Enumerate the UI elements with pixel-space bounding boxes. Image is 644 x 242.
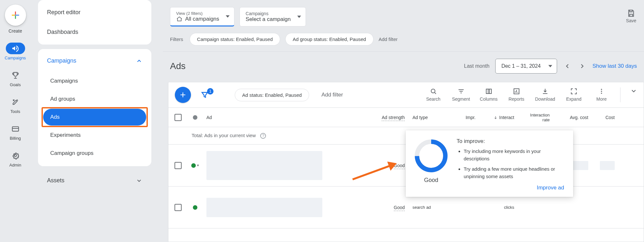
row-checkbox[interactable]	[175, 204, 182, 211]
row-checkbox[interactable]	[175, 162, 182, 169]
sub-experiments[interactable]: Experiments	[43, 127, 146, 144]
rail-tools[interactable]: Tools	[0, 96, 31, 114]
ad-strength-popover: Good To improve: Try including more keyw…	[406, 130, 573, 197]
row-status-menu[interactable]: ▾	[191, 163, 199, 168]
date-range-value: Dec 1 – 31, 2024	[501, 63, 541, 69]
date-prev-button[interactable]	[563, 62, 572, 71]
ad-preview-redacted[interactable]	[206, 198, 322, 217]
campaign-selector[interactable]: Campaigns Select a campaign	[240, 7, 306, 26]
house-icon	[176, 16, 183, 22]
select-all-checkbox[interactable]	[175, 114, 182, 121]
filters-label: Filters	[170, 36, 183, 42]
search-icon	[430, 87, 437, 95]
col-impr[interactable]: Impr.	[447, 115, 479, 120]
svg-rect-0	[15, 12, 16, 15]
chevron-down-icon	[136, 177, 142, 184]
rail-admin[interactable]: Admin	[0, 150, 31, 167]
toolbar-more[interactable]: More	[592, 87, 611, 102]
side-campaigns-toggle[interactable]: Campaigns	[38, 52, 151, 70]
svg-rect-2	[15, 15, 16, 19]
status-header-icon	[193, 115, 197, 120]
side-panel: Report editor Dashboards Campaigns Campa…	[38, 0, 151, 242]
rail-goals[interactable]: Goals	[0, 69, 31, 87]
ad-preview-redacted[interactable]	[206, 151, 322, 180]
sub-campaigns[interactable]: Campaigns	[43, 73, 146, 89]
sub-campaign-groups[interactable]: Campaign groups	[43, 145, 146, 162]
save-button[interactable]: Save	[626, 9, 636, 23]
col-ad[interactable]: Ad	[203, 115, 331, 120]
popover-suggestions: Try including more keywords in your desc…	[457, 148, 564, 180]
col-interactions[interactable]: Interact	[479, 115, 518, 120]
interactions-value: clicks	[479, 205, 518, 210]
megaphone-icon	[11, 44, 20, 53]
filter-chip-ad-status[interactable]: Ad status: Enabled, Paused	[235, 89, 309, 101]
strength-donut-icon	[413, 138, 449, 174]
toolbar-reports[interactable]: Reports	[507, 87, 526, 102]
table-filter-button[interactable]: 1	[199, 91, 210, 99]
add-filter-table[interactable]: Add filter	[321, 92, 343, 98]
new-ad-button[interactable]	[175, 87, 191, 103]
svg-point-7	[431, 89, 435, 93]
chevron-up-icon	[136, 58, 142, 64]
trophy-icon	[11, 71, 20, 79]
toolbar-download[interactable]: Download	[535, 87, 555, 102]
side-assets-toggle[interactable]: Assets	[38, 171, 151, 190]
top-controls: View (2 filters) All campaigns Campaigns…	[163, 0, 644, 26]
redacted-cell	[600, 161, 615, 170]
svg-rect-3	[12, 15, 15, 16]
svg-point-12	[601, 93, 602, 94]
col-ad-type[interactable]: Ad type	[409, 115, 447, 120]
toolbar-collapse-panel[interactable]	[630, 87, 637, 95]
save-icon	[627, 9, 635, 17]
col-interaction-rate[interactable]: Interaction rate	[518, 113, 554, 122]
col-avg-cost[interactable]: Avg. cost	[554, 115, 592, 120]
date-range-selector[interactable]: Dec 1 – 31, 2024	[495, 59, 557, 74]
toolbar-search[interactable]: Search	[424, 87, 442, 102]
side-card-reports: Report editor Dashboards	[38, 0, 151, 45]
help-icon[interactable]: ?	[260, 133, 266, 139]
add-filter-top[interactable]: Add filter	[379, 36, 398, 42]
side-report-editor[interactable]: Report editor	[38, 3, 151, 22]
side-dashboards[interactable]: Dashboards	[38, 22, 151, 42]
download-icon	[541, 87, 549, 95]
show-last-30-link[interactable]: Show last 30 days	[592, 63, 637, 69]
date-next-button[interactable]	[578, 62, 587, 71]
sub-ad-groups[interactable]: Ad groups	[43, 91, 146, 107]
table-toolbar: 1 Ad status: Enabled, Paused Add filter …	[168, 82, 644, 108]
view-selector[interactable]: View (2 filters) All campaigns	[170, 7, 234, 26]
side-assets-label: Assets	[47, 177, 64, 184]
filter-chip-campaign-status[interactable]: Campaign status: Enabled, Paused	[190, 33, 280, 45]
main-area: View (2 filters) All campaigns Campaigns…	[163, 0, 644, 242]
toolbar-expand[interactable]: Expand	[565, 87, 583, 102]
view-selector-title: All campaigns	[185, 16, 219, 22]
ad-strength-value[interactable]: Good	[370, 205, 409, 210]
plus-multicolor-icon	[10, 10, 21, 21]
segment-icon	[457, 87, 465, 95]
toolbar-columns[interactable]: Columns	[480, 87, 498, 102]
table-header: Ad Ad strength Ad type Impr. Interact In…	[168, 108, 644, 127]
rail-admin-label: Admin	[9, 163, 21, 167]
rail-billing-label: Billing	[10, 136, 21, 141]
sub-ads[interactable]: Ads	[43, 109, 146, 126]
campaign-selector-title: Select a campaign	[246, 16, 291, 23]
create-button[interactable]	[5, 5, 26, 26]
side-card-campaigns: Campaigns Campaigns Ad groups Ads Experi…	[38, 49, 151, 166]
toolbar-segment[interactable]: Segment	[452, 87, 470, 102]
rail-billing[interactable]: Billing	[0, 123, 31, 141]
total-label: Total: Ads in your current view	[192, 133, 256, 138]
svg-point-11	[601, 91, 602, 92]
rail-tools-label: Tools	[10, 109, 20, 114]
filter-chip-adgroup-status[interactable]: Ad group status: Enabled, Paused	[285, 33, 374, 45]
create-label: Create	[8, 28, 22, 34]
rail-campaigns[interactable]: Campaigns	[0, 43, 31, 60]
card-icon	[11, 125, 20, 133]
popover-rating: Good	[424, 177, 438, 184]
plus-icon	[179, 91, 187, 99]
page-header: Ads Last month Dec 1 – 31, 2024 Show las…	[163, 52, 644, 81]
svg-point-10	[601, 89, 602, 90]
svg-rect-1	[16, 15, 19, 16]
chevron-down-icon	[630, 87, 637, 95]
col-cost[interactable]: Cost	[592, 115, 621, 120]
col-ad-strength[interactable]: Ad strength	[370, 115, 409, 120]
improve-ad-link[interactable]: Improve ad	[537, 185, 564, 191]
